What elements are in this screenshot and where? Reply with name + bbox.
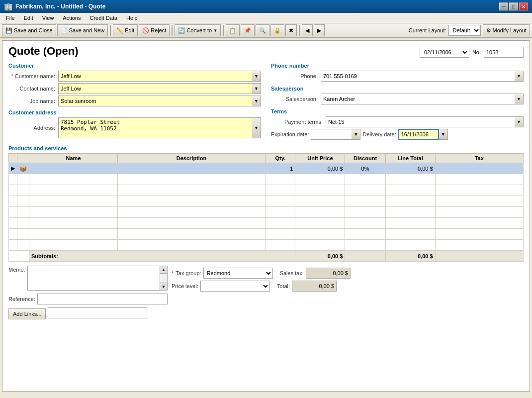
phone-input[interactable]	[321, 71, 515, 82]
customer-section-title: Customer	[8, 63, 261, 69]
paste-button[interactable]: 📌	[241, 24, 255, 36]
table-row[interactable]	[9, 185, 524, 196]
menu-credit-data[interactable]: Credit Data	[86, 14, 121, 22]
row-tax-cell[interactable]	[435, 163, 523, 174]
copy-button[interactable]: 📋	[226, 24, 240, 36]
memo-container: ▲ ▼	[27, 266, 168, 292]
customer-name-wrap: ▼	[58, 71, 261, 82]
toolbar: 💾 Save and Close 📄 Save and New ✏️ Edit …	[0, 23, 532, 38]
salesperson-dropdown[interactable]: ▼	[515, 94, 524, 104]
save-close-button[interactable]: 💾 Save and Close	[2, 24, 56, 36]
window-title: Fabrikam, Inc. - Untitled - Quote	[15, 3, 105, 10]
row-qty-cell[interactable]: 1	[266, 163, 295, 174]
lock-button[interactable]: 🔒	[270, 24, 284, 36]
bottom-section: Memo: ▲ ▼ Reference: Add Links...	[8, 266, 524, 319]
products-table: Name Description Qty. Unit Price Discoun…	[8, 153, 524, 262]
menu-actions[interactable]: Actions	[59, 14, 85, 22]
customer-name-row: * Customer name: ▼	[8, 71, 261, 82]
phone-dropdown[interactable]: ▼	[515, 71, 524, 82]
scroll-down-button[interactable]: ▼	[160, 283, 168, 291]
convert-label: Convert to	[186, 27, 212, 33]
menu-help[interactable]: Help	[122, 14, 142, 22]
col-qty-header: Qty.	[266, 154, 295, 163]
menu-edit[interactable]: Edit	[20, 14, 37, 22]
modify-layout-button[interactable]: ⚙ Modify Layout	[483, 24, 530, 36]
customer-name-dropdown[interactable]: ▼	[252, 71, 261, 82]
payment-terms-wrap: ▼	[326, 116, 524, 127]
toolbar-sep-1	[110, 25, 111, 36]
salesperson-input[interactable]	[321, 94, 515, 104]
delivery-input[interactable]	[398, 129, 439, 140]
layout-select[interactable]: Default	[448, 25, 481, 36]
expiration-input[interactable]	[311, 129, 352, 140]
delete-button[interactable]: ✖	[285, 24, 297, 36]
tax-group-select[interactable]: Redmond	[203, 268, 273, 279]
memo-input[interactable]	[27, 266, 168, 291]
tax-section: * Tax group: Redmond Sales tax: Price le…	[172, 266, 524, 319]
minimize-button[interactable]: ─	[499, 2, 508, 10]
convert-to-button[interactable]: 🔄 Convert to ▼	[175, 24, 221, 36]
links-input[interactable]	[48, 307, 147, 318]
scroll-up-button[interactable]: ▲	[160, 266, 168, 274]
col-name-header: Name	[29, 154, 118, 163]
reference-row: Reference:	[8, 294, 168, 304]
memo-scrollbar: ▲ ▼	[160, 266, 168, 291]
subtotals-row: Subtotals: 0,00 $ 0,00 $	[9, 251, 524, 262]
terms-section-title: Terms	[271, 108, 524, 114]
products-section-title: Products and services	[8, 145, 524, 151]
save-new-button[interactable]: 📄 Save and New	[57, 24, 108, 36]
add-links-button[interactable]: Add Links...	[8, 308, 46, 319]
table-row[interactable]	[9, 174, 524, 185]
back-button[interactable]: ◀	[302, 24, 313, 36]
table-row[interactable]	[9, 207, 524, 218]
expiration-dropdown[interactable]: ▼	[352, 129, 360, 140]
memo-label: Memo:	[8, 267, 25, 273]
delivery-label: Delivery date:	[362, 131, 396, 137]
table-row[interactable]: ▶ 📦 1 0,00 $ 0% 0,00 $	[9, 163, 524, 174]
table-row[interactable]	[9, 196, 524, 207]
reference-input[interactable]	[37, 294, 168, 304]
memo-section: Memo: ▲ ▼ Reference: Add Links...	[8, 266, 168, 319]
address-label: Address:	[8, 125, 58, 131]
forward-button[interactable]: ▶	[314, 24, 325, 36]
delivery-dropdown[interactable]: ▼	[439, 129, 448, 140]
payment-terms-dropdown[interactable]: ▼	[515, 116, 524, 127]
contact-name-input[interactable]	[58, 83, 252, 94]
edit-button[interactable]: ✏️ Edit	[113, 24, 138, 36]
sales-tax-input[interactable]	[306, 268, 351, 279]
total-input[interactable]	[292, 281, 337, 292]
quote-date-select[interactable]: 02/11/2006	[420, 47, 469, 58]
table-header-row: Name Description Qty. Unit Price Discoun…	[9, 154, 524, 163]
reject-button[interactable]: 🚫 Reject	[139, 24, 170, 36]
address-dropdown[interactable]: ▼	[252, 117, 261, 138]
toolbar-sep-3	[223, 25, 224, 36]
find-button[interactable]: 🔍	[256, 24, 269, 36]
job-name-input[interactable]	[58, 96, 252, 106]
tax-group-wrap: Redmond	[203, 268, 273, 279]
toolbar-sep-4	[299, 25, 300, 36]
table-row[interactable]	[9, 240, 524, 251]
menu-file[interactable]: File	[2, 14, 19, 22]
convert-icon: 🔄	[178, 27, 185, 34]
row-name-cell[interactable]	[29, 163, 118, 174]
maximize-button[interactable]: □	[509, 2, 518, 10]
price-level-select[interactable]	[200, 281, 270, 292]
row-total-cell[interactable]: 0,00 $	[385, 163, 435, 174]
row-disc-cell[interactable]: 0%	[345, 163, 385, 174]
products-tbody: ▶ 📦 1 0,00 $ 0% 0,00 $	[9, 163, 524, 251]
customer-name-input[interactable]	[58, 71, 252, 82]
job-name-dropdown[interactable]: ▼	[252, 96, 261, 106]
edit-label: Edit	[125, 27, 134, 33]
forward-icon: ▶	[317, 27, 321, 34]
menu-view[interactable]: View	[38, 14, 58, 22]
row-price-cell[interactable]: 0,00 $	[295, 163, 345, 174]
row-desc-cell[interactable]	[118, 163, 266, 174]
customer-section: Customer * Customer name: ▼ Contact name…	[8, 63, 261, 141]
close-button[interactable]: ✕	[519, 2, 528, 10]
table-row[interactable]	[9, 218, 524, 229]
address-input[interactable]: 7815 Poplar Street Redmond, WA 11052	[58, 117, 252, 138]
contact-name-dropdown[interactable]: ▼	[252, 83, 261, 94]
quote-no-input[interactable]	[484, 47, 524, 58]
payment-terms-input[interactable]	[326, 116, 515, 127]
table-row[interactable]	[9, 229, 524, 240]
